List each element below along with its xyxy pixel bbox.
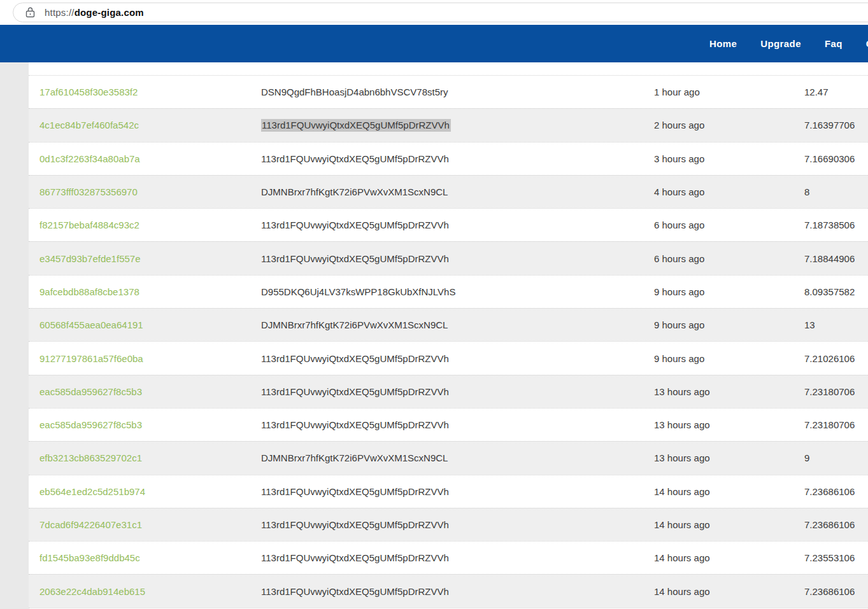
table-row: eac585da959627f8c5b3 113rd1FQUvwyiQtxdXE… xyxy=(29,408,868,441)
txid-link[interactable]: 9afcebdb88af8cbe1378 xyxy=(39,286,261,297)
time-text: 13 hours ago xyxy=(654,452,804,463)
amount-text: 7.23686106 xyxy=(804,586,868,597)
txid-link[interactable]: 91277197861a57f6e0ba xyxy=(39,353,261,364)
table-row: 91277197861a57f6e0ba 113rd1FQUvwyiQtxdXE… xyxy=(29,341,868,374)
address-value: 113rd1FQUvwyiQtxdXEQ5gUMf5pDrRZVVh xyxy=(261,220,449,230)
address-value: 113rd1FQUvwyiQtxdXEQ5gUMf5pDrRZVVh xyxy=(261,419,449,430)
amount-text: 7.23180706 xyxy=(804,386,868,397)
txid-link[interactable]: eac585da959627f8c5b3 xyxy=(39,419,261,430)
address-text: 113rd1FQUvwyiQtxdXEQ5gUMf5pDrRZVVh xyxy=(261,353,654,364)
table-row: efb3213cb863529702c1 DJMNBrxr7hfKgtK72i6… xyxy=(29,441,868,474)
time-text: 4 hours ago xyxy=(654,186,804,197)
address-text: 113rd1FQUvwyiQtxdXEQ5gUMf5pDrRZVVh xyxy=(261,386,654,397)
address-value: D955DKQ6Uj4LV37ksWPP18GkUbXfNJLVhS xyxy=(261,286,455,297)
address-text: 113rd1FQUvwyiQtxdXEQ5gUMf5pDrRZVVh xyxy=(261,552,654,563)
txid-link[interactable]: 17af610458f30e3583f2 xyxy=(39,87,261,97)
address-text: 113rd1FQUvwyiQtxdXEQ5gUMf5pDrRZVVh xyxy=(261,253,654,264)
time-text: 6 hours ago xyxy=(654,220,804,230)
txid-link[interactable]: fd1545ba93e8f9ddb45c xyxy=(39,552,261,563)
padlock-icon[interactable] xyxy=(25,7,35,18)
table-row-partial-top xyxy=(29,62,868,75)
site-navbar: Home Upgrade Faq C xyxy=(0,25,868,62)
table-row: 4c1ec84b7ef460fa542c 113rd1FQUvwyiQtxdXE… xyxy=(29,108,868,141)
amount-text: 8.09357582 xyxy=(804,286,868,297)
address-value: 113rd1FQUvwyiQtxdXEQ5gUMf5pDrRZVVh xyxy=(261,552,449,563)
time-text: 14 hours ago xyxy=(654,586,804,597)
address-text: DJMNBrxr7hfKgtK72i6PVwXvXM1ScxN9CL xyxy=(261,319,654,330)
address-text: DJMNBrxr7hfKgtK72i6PVwXvXM1ScxN9CL xyxy=(261,452,654,463)
amount-text: 7.23180706 xyxy=(804,419,868,430)
url-scheme: https:// xyxy=(45,7,75,18)
browser-top-bar: https://doge-giga.com xyxy=(0,0,868,25)
txid-link[interactable]: 60568f455aea0ea64191 xyxy=(39,319,261,330)
address-text: 113rd1FQUvwyiQtxdXEQ5gUMf5pDrRZVVh xyxy=(261,419,654,430)
table-row: 2063e22c4dab914eb615 113rd1FQUvwyiQtxdXE… xyxy=(29,574,868,607)
amount-text: 7.16690306 xyxy=(804,153,868,164)
txid-link[interactable]: eb564e1ed2c5d251b974 xyxy=(39,486,261,497)
time-text: 6 hours ago xyxy=(654,253,804,264)
address-text: 113rd1FQUvwyiQtxdXEQ5gUMf5pDrRZVVh xyxy=(261,519,654,530)
time-text: 9 hours ago xyxy=(654,319,804,330)
amount-text: 7.23686106 xyxy=(804,486,868,497)
address-value: 113rd1FQUvwyiQtxdXEQ5gUMf5pDrRZVVh xyxy=(261,119,451,132)
txid-link[interactable]: 7dcad6f94226407e31c1 xyxy=(39,519,261,530)
amount-text: 7.16397706 xyxy=(804,120,868,130)
address-value: 113rd1FQUvwyiQtxdXEQ5gUMf5pDrRZVVh xyxy=(261,386,449,397)
url-text: https://doge-giga.com xyxy=(45,7,144,18)
nav-item-home[interactable]: Home xyxy=(709,38,737,49)
address-text: 113rd1FQUvwyiQtxdXEQ5gUMf5pDrRZVVh xyxy=(261,220,654,230)
table-row: e3457d93b7efde1f557e 113rd1FQUvwyiQtxdXE… xyxy=(29,241,868,274)
time-text: 14 hours ago xyxy=(654,519,804,530)
address-bar[interactable]: https://doge-giga.com xyxy=(13,3,868,22)
address-value: 113rd1FQUvwyiQtxdXEQ5gUMf5pDrRZVVh xyxy=(261,486,449,497)
url-domain: doge-giga.com xyxy=(75,7,144,18)
table-row: 7dcad6f94226407e31c1 113rd1FQUvwyiQtxdXE… xyxy=(29,508,868,541)
txid-link[interactable]: efb3213cb863529702c1 xyxy=(39,452,261,463)
txid-link[interactable]: e3457d93b7efde1f557e xyxy=(39,253,261,264)
address-text: 113rd1FQUvwyiQtxdXEQ5gUMf5pDrRZVVh xyxy=(261,486,654,497)
nav-item-faq[interactable]: Faq xyxy=(825,38,843,49)
table-row: 86773fff032875356970 DJMNBrxr7hfKgtK72i6… xyxy=(29,175,868,208)
table-row: 60568f455aea0ea64191 DJMNBrxr7hfKgtK72i6… xyxy=(29,308,868,341)
table-row: f82157bebaf4884c93c2 113rd1FQUvwyiQtxdXE… xyxy=(29,208,868,241)
address-value: 113rd1FQUvwyiQtxdXEQ5gUMf5pDrRZVVh xyxy=(261,253,449,264)
address-text: DJMNBrxr7hfKgtK72i6PVwXvXM1ScxN9CL xyxy=(261,186,654,197)
address-value: 113rd1FQUvwyiQtxdXEQ5gUMf5pDrRZVVh xyxy=(261,519,449,530)
table-rows-container: 17af610458f30e3583f2 DSN9QgdFhBHoasjD4ab… xyxy=(29,75,868,608)
address-text: D955DKQ6Uj4LV37ksWPP18GkUbXfNJLVhS xyxy=(261,286,654,297)
amount-text: 7.18738506 xyxy=(804,220,868,230)
table-row: 9afcebdb88af8cbe1378 D955DKQ6Uj4LV37ksWP… xyxy=(29,275,868,308)
amount-text: 7.21026106 xyxy=(804,353,868,364)
amount-text: 9 xyxy=(804,452,868,463)
amount-text: 7.23553106 xyxy=(804,552,868,563)
txid-link[interactable]: 2063e22c4dab914eb615 xyxy=(39,586,261,597)
address-value: 113rd1FQUvwyiQtxdXEQ5gUMf5pDrRZVVh xyxy=(261,353,449,364)
address-text: 113rd1FQUvwyiQtxdXEQ5gUMf5pDrRZVVh xyxy=(261,153,654,164)
address-value: DJMNBrxr7hfKgtK72i6PVwXvXM1ScxN9CL xyxy=(261,186,448,197)
amount-text: 12.47 xyxy=(804,87,868,97)
address-value: DSN9QgdFhBHoasjD4abn6bhVSCV78st5ry xyxy=(261,87,448,97)
txid-link[interactable]: 0d1c3f2263f34a80ab7a xyxy=(39,153,261,164)
address-text: DSN9QgdFhBHoasjD4abn6bhVSCV78st5ry xyxy=(261,87,654,97)
address-text: 113rd1FQUvwyiQtxdXEQ5gUMf5pDrRZVVh xyxy=(261,120,654,130)
time-text: 13 hours ago xyxy=(654,419,804,430)
address-value: 113rd1FQUvwyiQtxdXEQ5gUMf5pDrRZVVh xyxy=(261,153,449,164)
time-text: 13 hours ago xyxy=(654,386,804,397)
time-text: 2 hours ago xyxy=(654,120,804,130)
txid-link[interactable]: 4c1ec84b7ef460fa542c xyxy=(39,120,261,130)
amount-text: 7.18844906 xyxy=(804,253,868,264)
time-text: 3 hours ago xyxy=(654,153,804,164)
table-row: fd1545ba93e8f9ddb45c 113rd1FQUvwyiQtxdXE… xyxy=(29,541,868,574)
address-value: 113rd1FQUvwyiQtxdXEQ5gUMf5pDrRZVVh xyxy=(261,586,449,597)
address-text: 113rd1FQUvwyiQtxdXEQ5gUMf5pDrRZVVh xyxy=(261,586,654,597)
txid-link[interactable]: eac585da959627f8c5b3 xyxy=(39,386,261,397)
amount-text: 8 xyxy=(804,186,868,197)
address-value: DJMNBrxr7hfKgtK72i6PVwXvXM1ScxN9CL xyxy=(261,319,448,330)
table-row: 17af610458f30e3583f2 DSN9QgdFhBHoasjD4ab… xyxy=(29,75,868,108)
table-row: eb564e1ed2c5d251b974 113rd1FQUvwyiQtxdXE… xyxy=(29,475,868,508)
table-row: eac585da959627f8c5b3 113rd1FQUvwyiQtxdXE… xyxy=(29,375,868,408)
time-text: 1 hour ago xyxy=(654,87,804,97)
nav-item-upgrade[interactable]: Upgrade xyxy=(760,38,801,49)
txid-link[interactable]: 86773fff032875356970 xyxy=(39,186,261,197)
txid-link[interactable]: f82157bebaf4884c93c2 xyxy=(39,220,261,230)
